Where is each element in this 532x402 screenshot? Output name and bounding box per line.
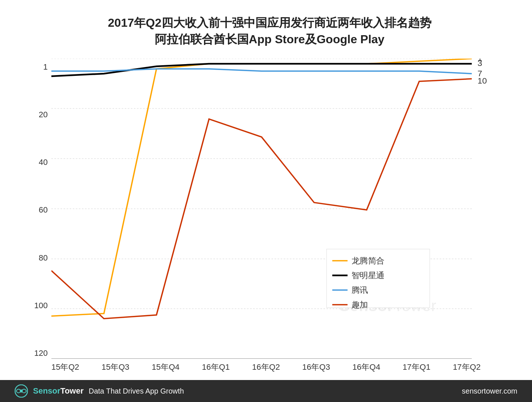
x-label-16q4: 16年Q4 [353,362,380,373]
right-label-10: 10 [477,76,487,85]
y-label-60: 60 [29,205,51,215]
footer-url: sensortower.com [462,387,517,395]
x-label-15q4: 15年Q4 [152,362,180,373]
chart-svg: 1 3 7 10 龙腾简合 智明星通 腾讯 [51,59,510,359]
y-label-100: 100 [29,301,51,310]
right-label-3: 3 [477,59,482,67]
x-label-17q1: 17年Q1 [402,362,430,373]
legend-longteng-label: 龙腾简合 [351,256,385,265]
line-zhiming [51,64,472,76]
x-label-15q3: 15年Q3 [102,362,130,373]
footer-brand-name: SensorTower [33,386,84,396]
x-label-17q2: 17年Q2 [453,362,481,373]
y-label-20: 20 [29,110,51,119]
grid-and-lines: SensorTower [51,59,510,359]
footer-bar: SensorTower Data That Drives App Growth … [0,380,532,402]
chart-title: 2017年Q2四大收入前十强中国应用发行商近两年收入排名趋势 阿拉伯联合酋长国A… [29,15,510,48]
x-label-16q3: 16年Q3 [302,362,330,373]
y-label-40: 40 [29,158,51,167]
x-label-16q2: 16年Q2 [252,362,280,373]
x-label-15q2: 15年Q2 [51,362,79,373]
chart-wrapper: 1 20 40 60 80 100 120 [29,59,510,373]
sensortower-logo-icon [15,384,28,398]
chart-inner: SensorTower [51,59,510,373]
main-container: 2017年Q2四大收入前十强中国应用发行商近两年收入排名趋势 阿拉伯联合酋长国A… [0,0,532,402]
y-label-1: 1 [29,62,51,72]
legend-zhiming-label: 智明星通 [351,271,385,280]
footer-left: SensorTower Data That Drives App Growth [15,384,184,398]
footer-tagline: Data That Drives App Growth [89,387,184,395]
legend-qujia-label: 趣加 [351,300,368,309]
y-label-80: 80 [29,253,51,263]
x-axis-labels: 15年Q2 15年Q3 15年Q4 16年Q1 16年Q2 16年Q3 16年Q… [51,359,510,373]
y-label-120: 120 [29,348,51,358]
legend-tencent-label: 腾讯 [351,285,368,294]
y-axis: 1 20 40 60 80 100 120 [29,59,51,373]
chart-area: 2017年Q2四大收入前十强中国应用发行商近两年收入排名趋势 阿拉伯联合酋长国A… [0,0,532,380]
x-label-16q1: 16年Q1 [202,362,230,373]
